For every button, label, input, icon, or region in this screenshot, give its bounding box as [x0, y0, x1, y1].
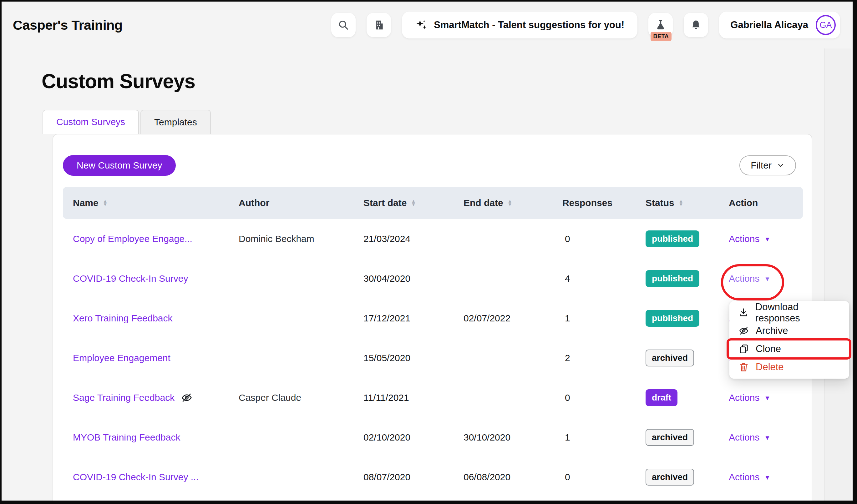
column-header-start-date[interactable]: Start date ▲▼ — [364, 197, 464, 208]
start-date-cell: 17/12/2021 — [364, 313, 464, 324]
actions-label: Actions — [729, 432, 759, 443]
column-header-status[interactable]: Status ▲▼ — [645, 197, 729, 208]
page-title: Custom Surveys — [41, 70, 853, 93]
author-cell: Casper Claude — [239, 393, 364, 403]
end-date-cell: 30/10/2020 — [464, 432, 562, 443]
table-row: MYOB Training Feedback 02/10/2020 30/10/… — [63, 417, 803, 457]
menu-item-archive[interactable]: Archive — [729, 322, 849, 340]
survey-name-link[interactable]: Employee Engagement — [73, 353, 170, 363]
actions-button[interactable]: Actions▼ — [729, 432, 770, 443]
table-row: Employee Engagement 15/05/2020 2 archive… — [63, 338, 803, 378]
app-title: Casper's Training — [13, 18, 123, 33]
caret-down-icon: ▼ — [764, 474, 770, 481]
labs-button[interactable]: BETA — [649, 13, 673, 37]
scrollbar-track[interactable] — [824, 49, 851, 501]
table-header: Name ▲▼ Author Start date ▲▼ End date ▲▼… — [63, 187, 803, 219]
menu-item-clone[interactable]: Clone — [729, 340, 849, 358]
start-date-cell: 08/07/2020 — [364, 472, 464, 483]
responses-cell: 1 — [562, 432, 645, 443]
survey-name-link[interactable]: Xero Training Feedback — [73, 313, 173, 324]
column-label: Status — [645, 197, 674, 208]
status-badge: archived — [645, 350, 694, 366]
sort-icon: ▲▼ — [411, 199, 416, 206]
caret-down-icon: ▼ — [764, 434, 770, 441]
sort-icon: ▲▼ — [508, 199, 512, 206]
menu-item-label: Download responses — [755, 301, 843, 324]
status-badge: archived — [645, 469, 694, 486]
survey-name-link[interactable]: MYOB Training Feedback — [73, 432, 181, 443]
survey-name-link[interactable]: COVID-19 Check-In Survey — [73, 273, 188, 284]
survey-name-link[interactable]: Sage Training Feedback — [73, 393, 174, 403]
notifications-button[interactable] — [684, 13, 708, 37]
search-button[interactable] — [331, 13, 356, 37]
actions-button-open[interactable]: Actions▼ — [729, 273, 770, 284]
column-header-author: Author — [239, 197, 364, 208]
status-badge: published — [645, 310, 699, 327]
start-date-cell: 30/04/2020 — [364, 273, 464, 284]
menu-item-label: Delete — [756, 361, 784, 373]
user-menu-button[interactable]: Gabriella Alicaya GA — [719, 12, 840, 38]
status-badge: archived — [645, 429, 694, 446]
responses-cell: 0 — [562, 233, 645, 244]
status-badge: published — [645, 270, 699, 287]
menu-item-delete[interactable]: Delete — [729, 358, 849, 376]
actions-button[interactable]: Actions▼ — [729, 472, 770, 483]
actions-button[interactable]: Actions▼ — [729, 233, 770, 244]
responses-cell: 0 — [562, 472, 645, 483]
survey-name-link[interactable]: Copy of Employee Engage... — [73, 233, 192, 244]
screen: Casper's Training — [0, 0, 857, 504]
column-label: Start date — [364, 197, 407, 208]
tab-custom-surveys[interactable]: Custom Surveys — [43, 110, 139, 134]
status-badge: draft — [645, 389, 677, 406]
end-date-cell: 02/07/2022 — [464, 313, 562, 324]
end-date-cell: 06/08/2020 — [464, 472, 562, 483]
column-label: Name — [73, 197, 99, 208]
status-badge: published — [645, 230, 699, 247]
topbar: Casper's Training — [2, 2, 853, 49]
actions-label: Actions — [729, 273, 759, 284]
avatar: GA — [816, 15, 836, 35]
flask-icon — [654, 19, 667, 31]
sort-icon: ▲▼ — [679, 199, 684, 206]
column-header-name[interactable]: Name ▲▼ — [73, 197, 239, 208]
actions-dropdown-menu: Download responses Archive Clone — [729, 301, 849, 379]
responses-cell: 0 — [562, 393, 645, 403]
filter-label: Filter — [751, 160, 772, 171]
start-date-cell: 15/05/2020 — [364, 353, 464, 363]
menu-item-download-responses[interactable]: Download responses — [729, 303, 849, 322]
topbar-actions: SmartMatch - Talent suggestions for you!… — [331, 12, 840, 38]
start-date-cell: 02/10/2020 — [364, 432, 464, 443]
table-row: COVID-19 Check-In Survey 30/04/2020 4 pu… — [63, 259, 803, 298]
tab-templates[interactable]: Templates — [140, 110, 211, 134]
bell-icon — [690, 19, 702, 31]
table-row: Sage Training Feedback Casper Claude 11/… — [63, 378, 803, 417]
company-button[interactable] — [367, 13, 391, 37]
eye-off-icon — [181, 392, 193, 404]
table-row: Copy of Employee Engage... Dominic Beckh… — [63, 219, 803, 259]
survey-name-link[interactable]: COVID-19 Check-In Survey ... — [73, 472, 199, 483]
caret-down-icon: ▼ — [764, 275, 770, 283]
surveys-card: New Custom Survey Filter Name ▲▼ Author — [53, 134, 812, 504]
search-icon — [337, 19, 349, 31]
column-header-action: Action — [729, 197, 803, 208]
user-name: Gabriella Alicaya — [730, 19, 808, 31]
sort-icon: ▲▼ — [103, 199, 107, 206]
menu-item-label: Archive — [756, 325, 788, 336]
column-header-end-date[interactable]: End date ▲▼ — [464, 197, 562, 208]
column-label: Responses — [562, 197, 612, 208]
column-label: Author — [239, 197, 269, 208]
beta-badge: BETA — [651, 32, 672, 41]
chevron-down-icon — [777, 161, 785, 170]
actions-button[interactable]: Actions▼ — [729, 393, 770, 403]
start-date-cell: 11/11/2021 — [364, 393, 464, 403]
smartmatch-button[interactable]: SmartMatch - Talent suggestions for you! — [402, 12, 637, 38]
new-custom-survey-button[interactable]: New Custom Survey — [63, 155, 176, 176]
start-date-cell: 21/03/2024 — [364, 233, 464, 244]
trash-icon — [738, 362, 750, 372]
card-toolbar: New Custom Survey Filter — [63, 135, 803, 176]
filter-button[interactable]: Filter — [739, 155, 796, 175]
column-label: End date — [464, 197, 503, 208]
responses-cell: 2 — [562, 353, 645, 363]
responses-cell: 4 — [562, 273, 645, 284]
actions-label: Actions — [729, 472, 759, 483]
